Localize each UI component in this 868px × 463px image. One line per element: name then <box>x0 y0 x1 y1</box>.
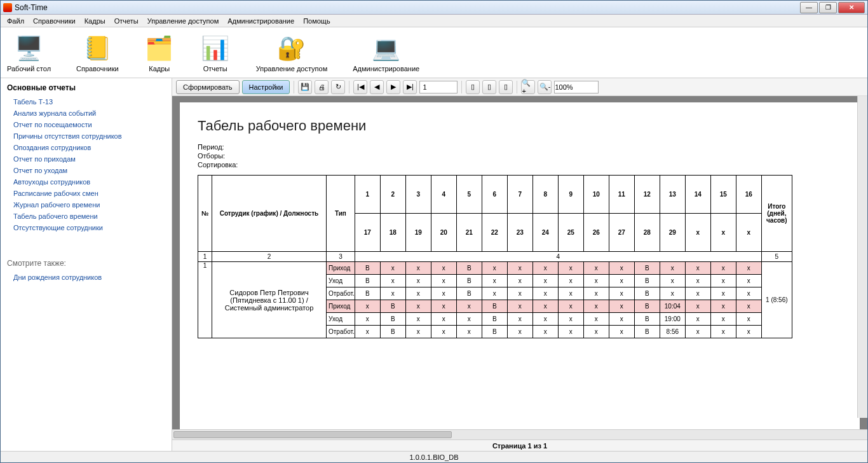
sidebar-link[interactable]: Табель Т-13 <box>7 96 165 107</box>
cell-day: x <box>558 275 583 287</box>
toolbar-label: Кадры <box>149 65 170 73</box>
cell-day: x <box>609 287 634 300</box>
cell-day: x <box>405 313 431 326</box>
sidebar-link[interactable]: Причины отсутствия сотрудников <box>7 130 165 142</box>
meta-period: Период: <box>198 143 842 151</box>
window-title: Soft-Time <box>15 3 800 12</box>
cell-day: x <box>507 262 532 275</box>
th-day: 23 <box>507 214 532 252</box>
toolbar-icon: 💻 <box>371 33 402 64</box>
settings-button[interactable]: Настройки <box>242 80 290 94</box>
toolbar-item[interactable]: 📒Справочники <box>76 33 119 73</box>
sidebar-link[interactable]: Опоздания сотрудников <box>7 142 165 153</box>
form-button[interactable]: Сформировать <box>176 80 240 94</box>
menu-item[interactable]: Кадры <box>81 16 109 26</box>
first-page-icon[interactable]: |◀ <box>353 80 367 94</box>
toolbar-label: Администрирование <box>353 65 419 73</box>
horizontal-scrollbar[interactable] <box>172 429 867 439</box>
cell-num: 1 <box>198 262 212 338</box>
menu-item[interactable]: Управление доступом <box>144 16 223 26</box>
sidebar-link[interactable]: Отчет по уходам <box>7 165 165 176</box>
toolbar-label: Отчеты <box>203 65 227 73</box>
zoom-in-icon[interactable]: 🔍+ <box>521 80 535 94</box>
toolbar-icon: 🖥️ <box>14 33 44 64</box>
cell-day: x <box>558 326 583 338</box>
cell-day: x <box>405 300 431 313</box>
print-icon[interactable]: 🖨 <box>315 80 329 94</box>
cell-day: x <box>456 300 482 313</box>
cell-day: x <box>660 287 685 300</box>
sidebar-link[interactable]: Автоуходы сотрудников <box>7 176 165 188</box>
cell-day: x <box>431 275 456 287</box>
page-mode-3-icon[interactable]: ▯ <box>499 80 513 94</box>
sidebar-link[interactable]: Отчет по приходам <box>7 153 165 165</box>
th-day: 15 <box>710 176 736 214</box>
cell-day: x <box>710 262 736 275</box>
cell-day: B <box>380 313 405 326</box>
cell-day: x <box>507 313 532 326</box>
maximize-button[interactable]: ❐ <box>819 2 837 13</box>
toolbar-item[interactable]: 🗂️Кадры <box>144 33 175 73</box>
cell-day: B <box>634 275 660 287</box>
toolbar-item[interactable]: 📊Отчеты <box>200 33 231 73</box>
menu-item[interactable]: Справочники <box>29 16 79 26</box>
cell-total: 1 (8:56) <box>761 262 792 338</box>
cell-day: x <box>685 313 710 326</box>
th-day: 9 <box>558 176 583 214</box>
cell-day: x <box>558 300 583 313</box>
toolbar-item[interactable]: 🖥️Рабочий стол <box>7 33 51 73</box>
th-day: 7 <box>507 176 532 214</box>
prev-page-icon[interactable]: ◀ <box>370 80 384 94</box>
zoom-out-icon[interactable]: 🔍- <box>538 80 552 94</box>
toolbar-item[interactable]: 🔐Управление доступом <box>256 33 328 73</box>
minimize-button[interactable]: — <box>800 2 818 13</box>
cell-day: x <box>710 287 736 300</box>
menu-item[interactable]: Отчеты <box>111 16 142 26</box>
next-page-icon[interactable]: ▶ <box>386 80 400 94</box>
page-input[interactable] <box>419 81 458 93</box>
sidebar-link[interactable]: Отсутствующие сотрудники <box>7 222 165 233</box>
menu-item[interactable]: Файл <box>3 16 28 26</box>
last-page-icon[interactable]: ▶| <box>403 80 417 94</box>
cell-day: x <box>583 262 609 275</box>
cell-day: B <box>482 300 507 313</box>
cell-type: Уход <box>327 313 355 326</box>
sidebar-link[interactable]: Дни рождения сотрудников <box>7 272 165 283</box>
sidebar-link[interactable]: Табель рабочего времени <box>7 211 165 222</box>
cell-day: 10:04 <box>660 300 685 313</box>
save-icon[interactable]: 💾 <box>298 80 312 94</box>
toolbar-item[interactable]: 💻Администрирование <box>353 33 419 73</box>
cell-day: B <box>482 313 507 326</box>
sidebar-link[interactable]: Журнал рабочего времени <box>7 199 165 211</box>
pager: Страница 1 из 1 <box>172 439 867 451</box>
report-viewport: Табель рабочего времени Период: Отборы: … <box>172 96 867 429</box>
cell-day: x <box>380 287 405 300</box>
cell-day: x <box>431 326 456 338</box>
cell-day: x <box>482 262 507 275</box>
page-mode-2-icon[interactable]: ▯ <box>482 80 496 94</box>
th-day: 3 <box>405 176 431 214</box>
cell-day: x <box>609 275 634 287</box>
page-mode-1-icon[interactable]: ▯ <box>466 80 480 94</box>
sidebar-link[interactable]: Анализ журнала событий <box>7 107 165 119</box>
sidebar-link[interactable]: Отчет по посещаемости <box>7 119 165 130</box>
cell-day: x <box>355 326 380 338</box>
meta-filter: Отборы: <box>198 152 842 160</box>
zoom-select[interactable] <box>554 81 599 93</box>
close-button[interactable]: ✕ <box>838 2 865 13</box>
th-day: 26 <box>583 214 609 252</box>
cell-day: x <box>685 300 710 313</box>
cell-day: x <box>583 326 609 338</box>
cell-day: x <box>583 275 609 287</box>
sidebar-link[interactable]: Расписание рабочих смен <box>7 188 165 199</box>
toolbar-icon: 📊 <box>200 33 231 64</box>
java-icon <box>3 3 12 12</box>
menu-item[interactable]: Помощь <box>299 16 334 26</box>
cell-day: x <box>507 275 532 287</box>
scrollbar-thumb[interactable] <box>173 431 452 438</box>
th-day: x <box>736 214 761 252</box>
vertical-scrollbar[interactable] <box>857 96 867 418</box>
th-day: x <box>710 214 736 252</box>
menu-item[interactable]: Администрирование <box>224 16 298 26</box>
refresh-icon[interactable]: ↻ <box>331 80 345 94</box>
